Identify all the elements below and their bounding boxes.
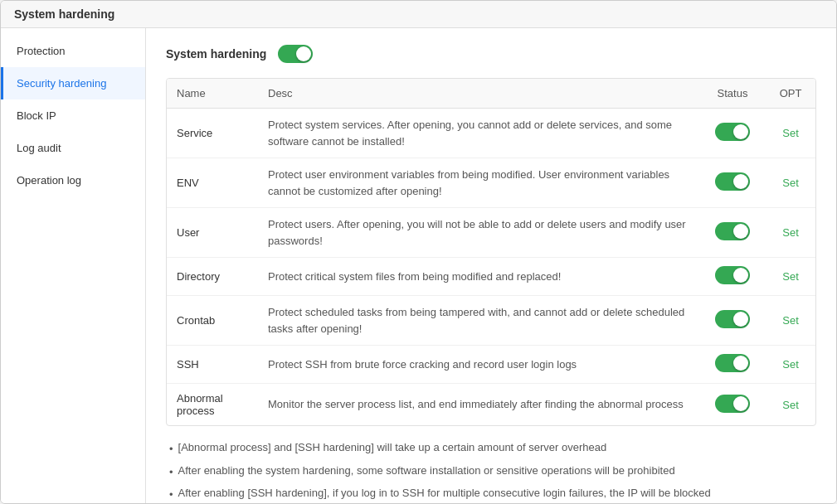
row-opt[interactable]: Set <box>766 109 815 158</box>
set-link[interactable]: Set <box>782 399 799 411</box>
col-status: Status <box>699 79 766 109</box>
row-status <box>699 208 766 258</box>
row-toggle[interactable] <box>715 354 750 372</box>
hardening-table: Name Desc Status OPT ServiceProtect syst… <box>167 79 815 425</box>
system-hardening-toggle[interactable] <box>278 45 313 63</box>
row-opt[interactable]: Set <box>766 158 815 208</box>
row-desc: Protect user environment variables from … <box>258 158 699 208</box>
set-link[interactable]: Set <box>782 177 799 189</box>
row-desc: Protect system services. After opening, … <box>258 109 699 158</box>
note-item: •After enabling [SSH hardening], if you … <box>169 485 813 503</box>
note-bullet: • <box>169 487 173 503</box>
col-name: Name <box>167 79 258 109</box>
toggle-knob <box>296 46 311 61</box>
set-link[interactable]: Set <box>782 127 799 139</box>
row-toggle[interactable] <box>715 172 750 191</box>
row-name: SSH <box>167 346 258 384</box>
row-toggle[interactable] <box>715 310 750 328</box>
toggle-knob <box>733 268 748 283</box>
sidebar: Protection Security hardening Block IP L… <box>1 28 146 503</box>
table-row: SSHProtect SSH from brute force cracking… <box>167 346 815 384</box>
toggle-knob <box>733 224 748 239</box>
sidebar-item-block-ip[interactable]: Block IP <box>1 99 145 132</box>
hardening-table-container: Name Desc Status OPT ServiceProtect syst… <box>166 78 816 426</box>
row-desc: Protect scheduled tasks from being tampe… <box>258 296 699 346</box>
note-text: After enabling the system hardening, som… <box>178 463 675 479</box>
main-content: System hardening Name Desc Status OPT <box>146 28 836 503</box>
table-row: CrontabProtect scheduled tasks from bein… <box>167 296 815 346</box>
row-opt[interactable]: Set <box>766 258 815 296</box>
window: System hardening Protection Security har… <box>0 0 837 504</box>
col-opt: OPT <box>766 79 815 109</box>
table-row: Abnormal processMonitor the server proce… <box>167 384 815 426</box>
row-name: Abnormal process <box>167 384 258 426</box>
set-link[interactable]: Set <box>782 314 799 327</box>
note-item: •[Abnormal process] and [SSH hardening] … <box>169 439 813 458</box>
toggle-knob <box>733 124 748 139</box>
window-title: System hardening <box>14 7 114 21</box>
notes-section: •[Abnormal process] and [SSH hardening] … <box>166 439 816 503</box>
row-opt[interactable]: Set <box>766 208 815 258</box>
row-opt[interactable]: Set <box>766 346 815 384</box>
row-desc: Protect SSH from brute force cracking an… <box>258 346 699 384</box>
sidebar-item-security-hardening[interactable]: Security hardening <box>1 67 145 99</box>
body: Protection Security hardening Block IP L… <box>1 28 836 503</box>
row-status <box>699 296 766 346</box>
section-title: System hardening <box>166 47 266 61</box>
row-name: User <box>167 208 258 258</box>
table-row: ServiceProtect system services. After op… <box>167 109 815 158</box>
sidebar-item-log-audit[interactable]: Log audit <box>1 132 145 164</box>
row-toggle[interactable] <box>715 395 750 413</box>
row-desc: Monitor the server process list, and end… <box>258 384 699 426</box>
set-link[interactable]: Set <box>782 226 799 239</box>
row-toggle[interactable] <box>715 266 750 284</box>
row-opt[interactable]: Set <box>766 296 815 346</box>
note-bullet: • <box>169 441 173 458</box>
row-name: ENV <box>167 158 258 208</box>
title-bar: System hardening <box>1 1 836 28</box>
toggle-knob <box>733 174 748 189</box>
table-row: ENVProtect user environment variables fr… <box>167 158 815 208</box>
row-status <box>699 384 766 426</box>
section-header: System hardening <box>166 45 816 63</box>
set-link[interactable]: Set <box>782 358 799 371</box>
row-desc: Protect users. After opening, you will n… <box>258 208 699 258</box>
row-status <box>699 158 766 208</box>
table-header-row: Name Desc Status OPT <box>167 79 815 109</box>
row-status <box>699 258 766 296</box>
row-status <box>699 346 766 384</box>
table-row: DirectoryProtect critical system files f… <box>167 258 815 296</box>
row-desc: Protect critical system files from being… <box>258 258 699 296</box>
row-toggle[interactable] <box>715 123 750 141</box>
row-name: Crontab <box>167 296 258 346</box>
row-opt[interactable]: Set <box>766 384 815 426</box>
table-row: UserProtect users. After opening, you wi… <box>167 208 815 258</box>
row-status <box>699 109 766 158</box>
row-name: Service <box>167 109 258 158</box>
sidebar-item-protection[interactable]: Protection <box>1 35 145 67</box>
toggle-knob <box>733 312 748 327</box>
row-toggle[interactable] <box>715 222 750 240</box>
note-item: •After enabling the system hardening, so… <box>169 463 813 481</box>
set-link[interactable]: Set <box>782 270 799 283</box>
note-text: After enabling [SSH hardening], if you l… <box>178 485 711 502</box>
col-desc: Desc <box>258 79 699 109</box>
toggle-knob <box>733 396 748 411</box>
note-text: [Abnormal process] and [SSH hardening] w… <box>178 439 607 456</box>
row-name: Directory <box>167 258 258 296</box>
note-bullet: • <box>169 464 173 481</box>
toggle-knob <box>733 356 748 371</box>
sidebar-item-operation-log[interactable]: Operation log <box>1 164 145 196</box>
